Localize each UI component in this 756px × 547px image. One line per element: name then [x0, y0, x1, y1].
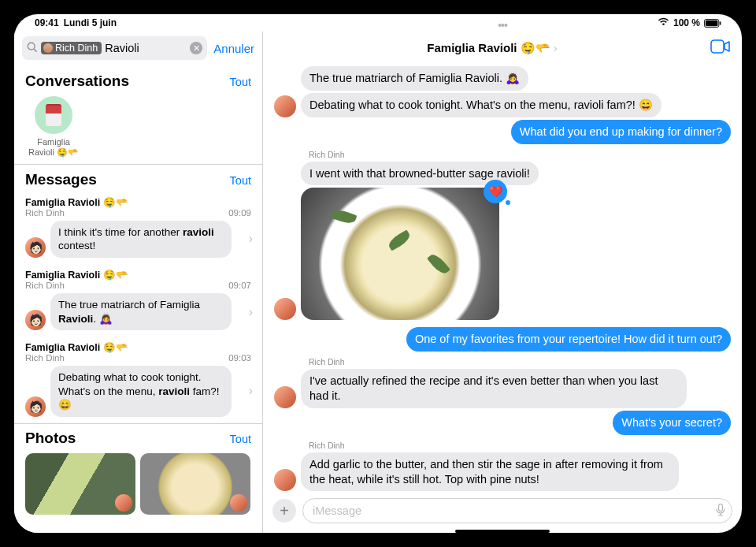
clear-search-button[interactable]: ✕: [190, 42, 202, 54]
search-input[interactable]: Rich Dinh Ravioli ✕: [22, 36, 207, 60]
svg-line-4: [34, 49, 36, 51]
svg-rect-5: [711, 40, 724, 53]
compose-input[interactable]: [313, 504, 716, 517]
status-bar: 09:41 Lundi 5 juin 100 %: [14, 14, 742, 32]
search-query[interactable]: Ravioli: [105, 42, 187, 54]
photo-result[interactable]: [25, 453, 135, 515]
svg-rect-6: [719, 504, 723, 511]
avatar: [230, 494, 247, 512]
status-time: 09:41: [35, 17, 59, 28]
message-bubble[interactable]: What's your secret?: [613, 411, 731, 435]
wifi-icon: [658, 17, 669, 28]
result-sender: Rich Dinh: [25, 281, 65, 290]
avatar: 🧑🏻: [25, 310, 46, 330]
chevron-right-icon: ›: [249, 305, 256, 319]
messages-heading: Messages: [25, 171, 97, 188]
result-group: Famiglia Ravioli 🤤🫳: [25, 196, 128, 208]
cancel-button[interactable]: Annuler: [213, 42, 254, 55]
heart-reaction[interactable]: ❤️: [484, 180, 507, 203]
avatar: [274, 469, 296, 491]
avatar: 🧑🏻: [25, 237, 46, 258]
message-image[interactable]: ❤️: [301, 188, 499, 320]
message-bubble[interactable]: What did you end up making for dinner?: [511, 120, 731, 144]
avatar: [274, 386, 296, 408]
sender-label: Rich Dinh: [301, 357, 687, 367]
search-token[interactable]: Rich Dinh: [41, 42, 102, 54]
dictate-icon[interactable]: [716, 504, 725, 519]
conversation-name-1: Famiglia: [25, 137, 82, 147]
result-group: Famiglia Ravioli 🤤🫳: [25, 269, 128, 281]
result-time: 09:09: [228, 208, 256, 218]
chevron-right-icon: ›: [249, 384, 256, 398]
message-list[interactable]: The true matriarch of Famiglia Ravioli. …: [263, 65, 742, 493]
battery-icon: [704, 19, 721, 28]
chat-title[interactable]: Famiglia Ravioli 🤤🫳 ›: [427, 41, 557, 55]
chat-title-label: Famiglia Ravioli 🤤🫳: [427, 41, 550, 55]
search-token-label: Rich Dinh: [55, 43, 98, 54]
sender-label: Rich Dinh: [301, 150, 539, 159]
person-icon: [43, 43, 53, 53]
message-bubble[interactable]: Add garlic to the butter, and then stir …: [301, 452, 679, 492]
avatar: 🧑🏻: [25, 396, 46, 417]
multitask-dots-icon[interactable]: •••: [498, 19, 507, 32]
avatar: [274, 298, 296, 320]
result-time: 09:07: [228, 281, 256, 290]
avatar: [274, 95, 296, 117]
photo-result[interactable]: [140, 453, 250, 515]
conversations-heading: Conversations: [25, 73, 129, 90]
message-result[interactable]: Famiglia Ravioli 🤤🫳 Rich Dinh 09:09 🧑🏻 I…: [14, 192, 262, 264]
result-group: Famiglia Ravioli 🤤🫳: [25, 341, 128, 353]
message-result[interactable]: Famiglia Ravioli 🤤🫳 Rich Dinh 09:03 🧑🏻 D…: [14, 337, 262, 423]
status-date: Lundi 5 juin: [64, 17, 117, 28]
messages-all-link[interactable]: Tout: [230, 174, 251, 187]
conversations-all-link[interactable]: Tout: [230, 76, 251, 88]
chevron-right-icon: ›: [554, 41, 558, 54]
add-attachment-button[interactable]: +: [272, 499, 296, 523]
sender-label: Rich Dinh: [301, 441, 679, 450]
compose-field[interactable]: [302, 498, 732, 523]
svg-rect-1: [706, 20, 718, 25]
photos-all-link[interactable]: Tout: [230, 433, 251, 445]
home-indicator[interactable]: [455, 530, 550, 533]
message-bubble[interactable]: I've actually refined the recipe and it'…: [301, 369, 687, 408]
photos-heading: Photos: [25, 430, 76, 447]
message-bubble[interactable]: One of my favorites from your repertoire…: [406, 327, 731, 352]
search-icon: [27, 42, 38, 55]
result-time: 09:03: [228, 353, 256, 363]
avatar: [115, 494, 132, 512]
facetime-button[interactable]: [710, 39, 731, 57]
chevron-right-icon: ›: [249, 232, 256, 246]
result-preview: The true matriarch of Famiglia Ravioli. …: [50, 293, 232, 330]
svg-rect-2: [720, 21, 721, 25]
result-preview: I think it's time for another ravioli co…: [50, 221, 232, 258]
message-result[interactable]: Famiglia Ravioli 🤤🫳 Rich Dinh 09:07 🧑🏻 T…: [14, 264, 262, 337]
result-preview: Debating what to cook tonight. What's on…: [50, 366, 232, 417]
result-sender: Rich Dinh: [25, 353, 65, 363]
conversation-result[interactable]: Famiglia Ravioli 🤤🫳: [25, 96, 82, 158]
result-sender: Rich Dinh: [25, 208, 65, 218]
battery-percent: 100 %: [673, 17, 700, 28]
message-bubble[interactable]: The true matriarch of Famiglia Ravioli. …: [301, 66, 528, 91]
avatar: [35, 96, 72, 134]
conversation-name-2: Ravioli 🤤🫳: [25, 147, 82, 158]
message-bubble[interactable]: Debating what to cook tonight. What's on…: [301, 93, 662, 117]
